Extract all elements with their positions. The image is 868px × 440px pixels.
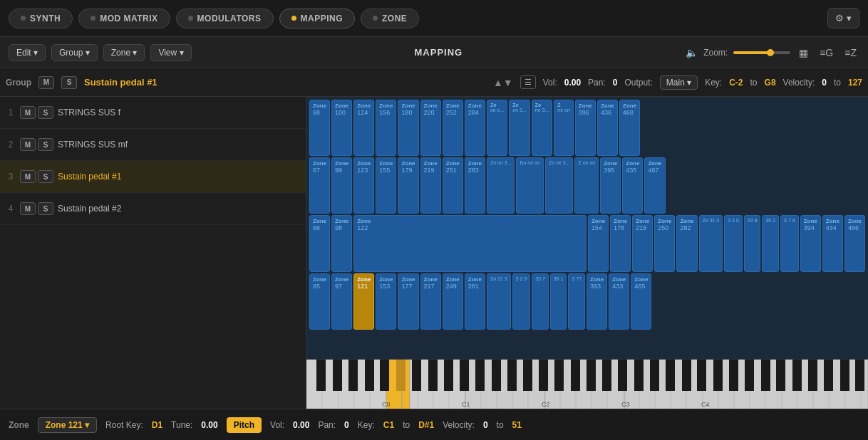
zone-220[interactable]: Zone220 xyxy=(420,100,441,156)
zone-311[interactable]: Zo on 3... xyxy=(487,157,515,214)
vol-val: 0.00 xyxy=(564,78,581,88)
zone-283[interactable]: Zone283 xyxy=(465,157,485,214)
group-view-btn[interactable]: ≡G xyxy=(817,46,836,60)
nav-zone[interactable]: ZONE xyxy=(361,9,419,28)
nav-mod-matrix[interactable]: MOD MATRIX xyxy=(78,9,170,28)
zone-435[interactable]: Zone435 xyxy=(622,157,643,214)
key-to: G8 xyxy=(765,78,776,88)
group-row-2[interactable]: 2 M S STRINGS SUS mf xyxy=(0,129,306,161)
zone-394[interactable]: Zone394 xyxy=(800,215,821,271)
zone-282[interactable]: Zone282 xyxy=(676,215,697,271)
zone-324[interactable]: 36 2 xyxy=(762,215,779,271)
zone-321[interactable]: Zo 31 4 xyxy=(699,215,723,271)
view-menu[interactable]: View ▾ xyxy=(150,44,191,61)
zone-65[interactable]: Zone65 xyxy=(309,273,330,330)
zone-121[interactable]: Zone121 xyxy=(353,273,374,330)
list-view-btn[interactable]: ≡Z xyxy=(842,46,859,60)
output-select[interactable]: Main ▾ xyxy=(660,75,698,90)
group-2-mute[interactable]: M xyxy=(20,138,36,151)
zone-281[interactable]: Zone281 xyxy=(465,273,485,330)
group-list-btn[interactable]: ☰ xyxy=(520,75,536,89)
zone-468[interactable]: Zone468 xyxy=(619,100,640,156)
key-bottom-to-label: to xyxy=(403,420,410,430)
nav-modulators[interactable]: MODULATORS xyxy=(176,9,274,28)
edit-menu[interactable]: Edit ▾ xyxy=(9,44,46,61)
zone-97[interactable]: Zone97 xyxy=(331,273,352,330)
solo-btn[interactable]: S xyxy=(61,76,77,89)
mute-btn[interactable]: M xyxy=(38,76,54,89)
zone-303[interactable]: Zone 3... xyxy=(532,100,552,156)
zone-124[interactable]: Zone124 xyxy=(353,100,374,156)
group-menu[interactable]: Group ▾ xyxy=(51,44,98,61)
zone-68[interactable]: Zone68 xyxy=(309,100,330,156)
zone-179[interactable]: Zone179 xyxy=(398,157,418,214)
nav-mapping[interactable]: MAPPING xyxy=(279,9,356,28)
zone-155[interactable]: Zone155 xyxy=(376,157,396,214)
zone-396[interactable]: Zone396 xyxy=(575,100,596,156)
zone-313[interactable]: Zo ne 3... xyxy=(545,157,574,214)
zone-123[interactable]: Zone123 xyxy=(353,157,374,214)
zone-301[interactable]: Zoon e... xyxy=(487,100,507,156)
zone-393[interactable]: Zone393 xyxy=(587,273,607,330)
zone-323[interactable]: 33 8 xyxy=(744,215,761,271)
grid-view-btn[interactable]: ▦ xyxy=(796,46,811,60)
zone-100[interactable]: Zone100 xyxy=(331,100,352,156)
group-3-mute[interactable]: M xyxy=(20,170,36,183)
zone-98[interactable]: Zone98 xyxy=(331,215,352,271)
group-2-solo[interactable]: S xyxy=(38,138,53,151)
zone-325[interactable]: 3 7 8 xyxy=(780,215,799,271)
zone-menu[interactable]: Zone ▾ xyxy=(103,44,145,61)
zone-434[interactable]: Zone434 xyxy=(822,215,843,271)
group-row-3[interactable]: 3 M S Sustain pedal #1 xyxy=(0,161,306,193)
zone-304[interactable]: Zne on xyxy=(554,100,574,156)
zone-333[interactable]: 33 7 xyxy=(532,273,549,330)
zone-335[interactable]: 3 77 xyxy=(568,273,585,330)
prev-group-btn[interactable]: ▲▼ xyxy=(493,77,513,88)
zone-322[interactable]: 3 3 0 xyxy=(724,215,743,271)
svg-rect-61 xyxy=(602,360,611,391)
zone-219[interactable]: Zone219 xyxy=(420,157,441,214)
zone-153[interactable]: Zone153 xyxy=(376,273,396,330)
group-1-mute[interactable]: M xyxy=(20,106,36,119)
zone-467[interactable]: Zone467 xyxy=(644,157,665,214)
zone-312[interactable]: Do ne on xyxy=(516,157,543,214)
zone-465[interactable]: Zone465 xyxy=(631,273,651,330)
zone-395[interactable]: Zone395 xyxy=(600,157,621,214)
zone-name-btn[interactable]: Zone 121 ▾ xyxy=(38,417,97,433)
nav-synth[interactable]: SYNTH xyxy=(9,9,73,28)
pitch-btn[interactable]: Pitch xyxy=(227,417,262,433)
zone-122[interactable]: Zone122 xyxy=(353,215,587,271)
zone-217[interactable]: Zone217 xyxy=(420,273,441,330)
group-row-4[interactable]: 4 M S Sustain pedal #2 xyxy=(0,193,306,225)
zone-284[interactable]: Zone284 xyxy=(465,100,485,156)
zone-156[interactable]: Zone156 xyxy=(376,100,396,156)
zone-334[interactable]: 36 1 xyxy=(550,273,567,330)
zone-331[interactable]: Zo 31 3 xyxy=(487,273,511,330)
instrument-bar: Group M S Sustain pedal #1 ▲▼ ☰ Vol: 0.0… xyxy=(0,68,868,97)
zone-433[interactable]: Zone433 xyxy=(609,273,629,330)
zone-180[interactable]: Zone180 xyxy=(398,100,418,156)
zone-314[interactable]: Z ne on xyxy=(574,157,599,214)
zone-154[interactable]: Zone154 xyxy=(588,215,609,271)
group-4-solo[interactable]: S xyxy=(38,202,53,215)
zone-302[interactable]: Zoon 3... xyxy=(509,100,529,156)
zone-466[interactable]: Zone466 xyxy=(844,215,865,271)
group-row-1[interactable]: 1 M S STRINGS SUS f xyxy=(0,97,306,129)
zone-178[interactable]: Zone178 xyxy=(610,215,631,271)
zone-99[interactable]: Zone99 xyxy=(331,157,352,214)
zone-332[interactable]: 3 2 9 xyxy=(512,273,531,330)
group-4-mute[interactable]: M xyxy=(20,202,36,215)
zone-250[interactable]: Zone250 xyxy=(654,215,675,271)
zone-177[interactable]: Zone177 xyxy=(398,273,418,330)
zone-436[interactable]: Zone436 xyxy=(597,100,618,156)
group-3-solo[interactable]: S xyxy=(38,170,53,183)
zoom-slider[interactable] xyxy=(733,51,790,54)
zone-66[interactable]: Zone66 xyxy=(309,215,330,271)
group-1-solo[interactable]: S xyxy=(38,106,53,119)
gear-button[interactable]: ⚙ ▾ xyxy=(827,8,859,28)
zone-249[interactable]: Zone249 xyxy=(443,273,463,330)
zone-67[interactable]: Zone67 xyxy=(309,157,330,214)
zone-251[interactable]: Zone251 xyxy=(443,157,463,214)
zone-252[interactable]: Zone252 xyxy=(443,100,463,156)
zone-218[interactable]: Zone218 xyxy=(632,215,653,271)
